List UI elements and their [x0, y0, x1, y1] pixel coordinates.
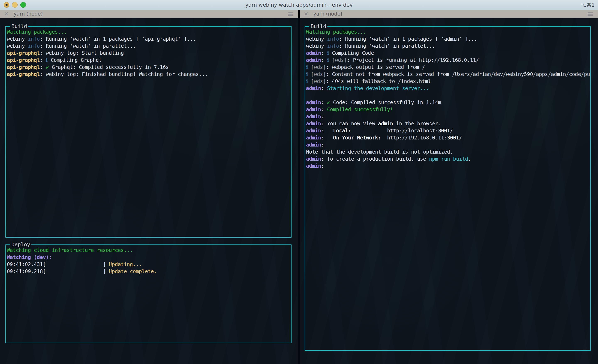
- build-box: Build Watching packages...webiny info: R…: [5, 26, 291, 238]
- terminal-line: 09:41:09.218[ ] Update complete.: [7, 268, 291, 275]
- window-titlebar[interactable]: yarn webiny watch apps/admin --env dev ⌥…: [0, 0, 598, 10]
- terminal-line: admin:: [306, 113, 590, 120]
- pane-right-titlebar[interactable]: ✕ yarn (node): [300, 10, 598, 18]
- terminal-line: webiny info: Running 'watch' in parallel…: [7, 42, 291, 50]
- terminal-line: ℹ ⌈wds⌋: Content not from webpack is ser…: [306, 71, 590, 78]
- terminal-line: admin: Local: http://localhost:3001/: [306, 127, 590, 134]
- pane-menu-icon[interactable]: [288, 12, 293, 13]
- terminal-line: webiny info: Running 'watch' in 1 packag…: [7, 35, 291, 42]
- terminal-line: admin: To create a production build, use…: [306, 155, 590, 162]
- terminal-line: Watching cloud infrastructure resources.…: [7, 247, 291, 254]
- build-box-title: Build: [10, 23, 28, 30]
- terminal-window: yarn webiny watch apps/admin --env dev ⌥…: [0, 0, 598, 364]
- deploy-box-output: Watching cloud infrastructure resources.…: [6, 245, 291, 275]
- terminal-line: api-graphql: webiny log: Start bundling: [7, 50, 291, 57]
- terminal-line: admin: ℹ ⌈wds⌋: Project is running at ht…: [306, 57, 590, 64]
- terminal-line: Note that the development build is not o…: [306, 148, 590, 155]
- pane-title-label: yarn (node): [14, 10, 43, 18]
- terminal-line: 09:41:02.431[ ] Updating...: [7, 261, 291, 268]
- terminal-line: ℹ ⌈wds⌋: webpack output is served from /: [306, 64, 590, 71]
- window-title: yarn webiny watch apps/admin --env dev: [0, 0, 598, 10]
- build-box-output: Watching packages...webiny info: Running…: [6, 27, 291, 78]
- deploy-box: Deploy Watching cloud infrastructure res…: [5, 244, 291, 343]
- terminal-screen-right[interactable]: Build Watching packages...webiny info: R…: [300, 18, 598, 364]
- terminal-line: admin: On Your Network: http://192.168.0…: [306, 134, 590, 141]
- build-box-output: Watching packages...webiny info: Running…: [305, 27, 590, 170]
- build-box: Build Watching packages...webiny info: R…: [305, 26, 591, 351]
- terminal-screen-left[interactable]: Build Watching packages...webiny info: R…: [0, 18, 298, 364]
- terminal-line: api-graphql: ✔ Graphql: Compiled success…: [7, 64, 291, 71]
- deploy-box-title: Deploy: [10, 241, 31, 248]
- close-pane-icon[interactable]: ✕: [304, 10, 308, 18]
- terminal-line: ℹ ⌈wds⌋: 404s will fallback to /index.ht…: [306, 78, 590, 85]
- pane-left: ✕ yarn (node) Build Watching packages...…: [0, 10, 298, 364]
- build-box-title: Build: [309, 23, 327, 30]
- terminal-line: api-graphql: webiny log: Finished bundli…: [7, 71, 291, 78]
- terminal-line: [306, 92, 590, 99]
- terminal-line: admin:: [306, 162, 590, 170]
- terminal-line: admin: Compiled successfully!: [306, 106, 590, 113]
- terminal-line: admin: ℹ Compiling Code: [306, 50, 590, 57]
- pane-title-label: yarn (node): [313, 10, 342, 18]
- terminal-line: Watching packages...: [306, 28, 590, 35]
- pane-left-titlebar[interactable]: ✕ yarn (node): [0, 10, 298, 18]
- pane-right: ✕ yarn (node) Build Watching packages...…: [300, 10, 598, 364]
- terminal-line: api-graphql: ℹ Compiling Graphql: [7, 57, 291, 64]
- terminal-line: admin: ✔ Code: Compiled successfully in …: [306, 99, 590, 106]
- pane-menu-icon[interactable]: [588, 12, 593, 13]
- terminal-line: Watching (dev):: [7, 254, 291, 261]
- terminal-line: admin:: [306, 141, 590, 148]
- terminal-line: Watching packages...: [7, 28, 291, 35]
- terminal-line: admin: You can now view admin in the bro…: [306, 120, 590, 127]
- window-shortcut-badge: ⌥⌘1: [581, 0, 595, 10]
- terminal-line: admin: Starting the development server..…: [306, 85, 590, 92]
- terminal-line: webiny info: Running 'watch' in parallel…: [306, 42, 590, 50]
- close-pane-icon[interactable]: ✕: [4, 10, 9, 18]
- split-panes: ✕ yarn (node) Build Watching packages...…: [0, 10, 598, 364]
- terminal-line: webiny info: Running 'watch' in 1 packag…: [306, 35, 590, 42]
